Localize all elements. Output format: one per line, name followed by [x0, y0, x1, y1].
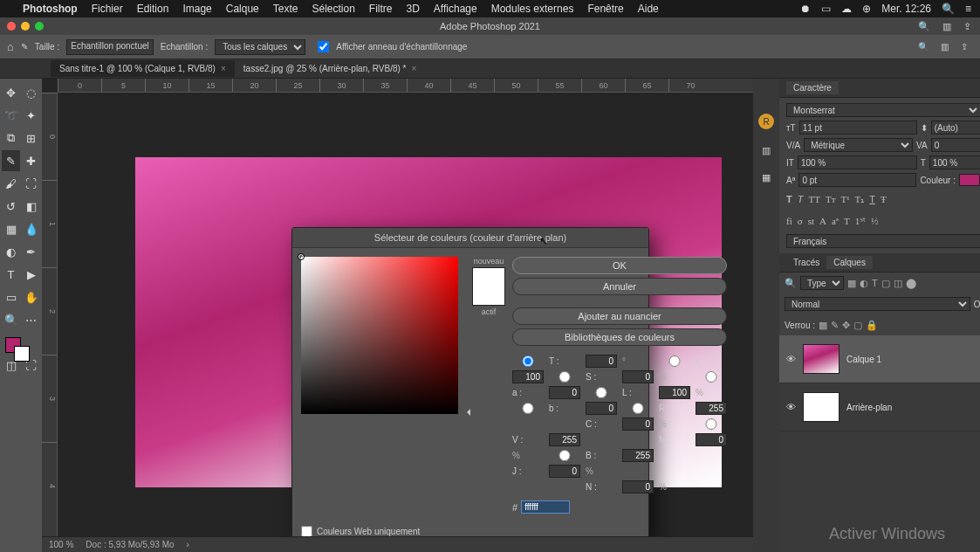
smallcaps-icon[interactable]: Tт	[826, 194, 836, 205]
titling-icon[interactable]: A	[819, 216, 826, 227]
layer-item[interactable]: 👁 Arrière-plan 🔒	[779, 383, 980, 431]
eyedropper-tool[interactable]: ✎	[2, 150, 20, 171]
display-icon[interactable]: ▭	[821, 3, 831, 15]
type-tool[interactable]: T	[2, 264, 20, 285]
field-c[interactable]	[622, 417, 654, 431]
paths-tab[interactable]: Tracés	[786, 256, 826, 269]
oldstyle-icon[interactable]: σ	[798, 216, 803, 227]
lasso-tool[interactable]: ➰	[2, 105, 20, 126]
menu-calque[interactable]: Calque	[226, 3, 259, 15]
radio-lab-a[interactable]	[696, 371, 727, 383]
field-lab-b[interactable]	[586, 402, 617, 415]
menu-aide[interactable]: Aide	[638, 3, 659, 15]
share-icon[interactable]: ⇪	[961, 42, 968, 52]
crop-tool[interactable]: ⧉	[2, 128, 20, 148]
home-icon[interactable]: ⌂	[7, 40, 14, 53]
move-tool[interactable]: ✥	[2, 82, 20, 103]
radio-s[interactable]	[549, 371, 580, 383]
close-window-icon[interactable]	[7, 22, 16, 31]
gradient-tool[interactable]: ▦	[2, 218, 20, 239]
radio-r[interactable]	[622, 403, 654, 414]
stylistic-icon[interactable]: st	[808, 216, 814, 227]
filter-smart-icon[interactable]: ◫	[894, 278, 902, 289]
text-color-swatch[interactable]	[959, 174, 980, 186]
control-center-icon[interactable]: ≡	[965, 3, 971, 15]
panel-icon[interactable]: ▥	[941, 42, 949, 52]
menu-modules[interactable]: Modules externes	[491, 3, 574, 15]
menu-affichage[interactable]: Affichage	[434, 3, 477, 15]
search-icon[interactable]: 🔍	[942, 3, 955, 15]
panel-icon[interactable]: ▥	[762, 145, 771, 156]
menu-texte[interactable]: Texte	[273, 3, 298, 15]
character-tab[interactable]: Caractère	[786, 81, 839, 94]
zoom-level[interactable]: 100 %	[49, 540, 73, 549]
radio-l[interactable]	[586, 387, 617, 398]
lock-artboard-icon[interactable]: ▢	[853, 320, 862, 331]
search-icon[interactable]: 🔍	[918, 42, 929, 52]
filter-type-icon[interactable]: T	[872, 278, 878, 288]
filter-type-select[interactable]: Type	[800, 276, 844, 290]
filter-shape-icon[interactable]: ▢	[881, 278, 890, 289]
field-n[interactable]	[622, 480, 654, 493]
saturation-value-picker[interactable]	[301, 257, 458, 414]
maximize-window-icon[interactable]	[35, 22, 44, 31]
clock[interactable]: Mer. 12:26	[881, 3, 931, 15]
kerning-select[interactable]: Métrique	[804, 138, 913, 152]
cloud-icon[interactable]: ☁	[841, 3, 852, 15]
ligature-icon[interactable]: fi	[786, 216, 792, 227]
field-j[interactable]	[549, 465, 580, 478]
color-swatches[interactable]	[2, 335, 40, 367]
search-icon[interactable]: 🔍	[918, 21, 930, 32]
record-icon[interactable]: ⏺	[800, 3, 811, 15]
field-v[interactable]	[549, 433, 580, 446]
dodge-tool[interactable]: ◐	[2, 241, 20, 262]
visibility-icon[interactable]: 👁	[786, 402, 796, 412]
filter-pixel-icon[interactable]: ▩	[847, 278, 856, 289]
field-lab-l[interactable]	[512, 370, 544, 383]
close-icon[interactable]: ×	[221, 64, 226, 73]
shape-tool[interactable]: ▭	[2, 286, 20, 307]
field-m[interactable]	[696, 433, 727, 446]
healing-tool[interactable]: ✚	[22, 150, 40, 171]
fractions-icon[interactable]: T	[844, 216, 850, 227]
layer-name[interactable]: Arrière-plan	[846, 403, 892, 412]
share-icon[interactable]: ⇪	[963, 21, 971, 32]
font-family-select[interactable]: Montserrat	[786, 103, 980, 117]
layer-item[interactable]: 👁 Calque 1	[779, 335, 980, 383]
filter-toggle-icon[interactable]: ⬤	[906, 278, 916, 289]
blur-tool[interactable]: 💧	[22, 218, 40, 239]
minimize-window-icon[interactable]	[21, 22, 30, 31]
collapsed-panel-strip[interactable]: R ▥ ▦	[753, 79, 779, 552]
language-select[interactable]: Français	[786, 234, 980, 248]
layers-tab[interactable]: Calques	[826, 256, 873, 269]
search-icon[interactable]: 🔍	[785, 278, 797, 289]
underline-icon[interactable]: T	[869, 194, 875, 205]
blend-mode-select[interactable]: Normal	[785, 297, 970, 311]
zoom-tool[interactable]: 🔍	[2, 309, 20, 330]
layer-name[interactable]: Calque 1	[846, 355, 881, 364]
doc-tab-2[interactable]: tasse2.jpg @ 25 % (Arrière-plan, RVB/8) …	[235, 60, 426, 77]
italic-icon[interactable]: T	[798, 194, 804, 205]
menu-selection[interactable]: Sélection	[312, 3, 354, 15]
field-lab-a[interactable]	[549, 386, 580, 399]
field-r[interactable]	[696, 402, 727, 415]
lock-position-icon[interactable]: ✥	[842, 320, 850, 331]
frame-tool[interactable]: ⊞	[22, 128, 40, 148]
visibility-icon[interactable]: 👁	[786, 354, 796, 364]
wifi-icon[interactable]: ⊕	[862, 3, 871, 15]
sample-layers-select[interactable]: Tous les calques	[215, 39, 305, 55]
field-t[interactable]	[586, 355, 617, 368]
radio-v[interactable]	[696, 418, 727, 430]
filter-adjust-icon[interactable]: ◐	[860, 278, 868, 289]
brush-tool[interactable]: 🖌	[2, 173, 20, 194]
chevron-right-icon[interactable]: ›	[187, 540, 189, 549]
panel-icon[interactable]: ▦	[762, 172, 771, 183]
baseline-input[interactable]	[798, 173, 916, 187]
menu-fichier[interactable]: Fichier	[92, 3, 123, 15]
marquee-tool[interactable]: ◌	[22, 82, 40, 103]
stamp-tool[interactable]: ⛶	[22, 173, 40, 194]
cancel-button[interactable]: Annuler	[512, 278, 727, 295]
ok-button[interactable]: OK	[512, 257, 727, 274]
tracking-input[interactable]	[931, 138, 980, 152]
layer-thumbnail[interactable]	[803, 344, 840, 374]
